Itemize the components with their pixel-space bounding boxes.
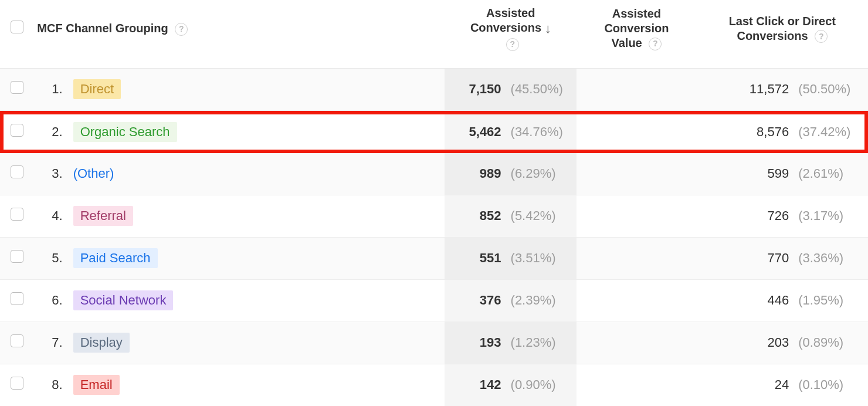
header-assisted-conversions[interactable]: Assisted Conversions ↓ ? <box>445 0 577 69</box>
assisted-conversions-percent: (6.29%) <box>511 166 556 181</box>
row-index: 3. <box>52 166 62 181</box>
assisted-conversions-value: 376 <box>480 293 501 307</box>
last-click-conversions-percent: (3.17%) <box>798 208 843 223</box>
row-checkbox[interactable] <box>11 250 23 263</box>
row-index: 2. <box>52 124 62 139</box>
last-click-conversions-percent: (3.36%) <box>798 251 843 265</box>
table-row: 6.Social Network376(2.39%)446(1.95%) <box>0 280 868 322</box>
row-checkbox[interactable] <box>11 334 23 347</box>
row-index: 7. <box>52 335 62 350</box>
assisted-conversions-value: 142 <box>480 377 501 392</box>
assisted-conversions-percent: (45.50%) <box>511 82 563 96</box>
table-row: 7.Display193(1.23%)203(0.89%) <box>0 322 868 364</box>
help-icon[interactable]: ? <box>649 38 662 50</box>
header-channel-grouping[interactable]: MCF Channel Grouping ? <box>37 0 445 69</box>
last-click-conversions-value: 24 <box>775 377 789 392</box>
last-click-conversions-value: 203 <box>767 335 789 350</box>
row-checkbox[interactable] <box>11 165 23 178</box>
header-assisted-conversion-value[interactable]: Assisted Conversion Value ? <box>577 0 696 69</box>
last-click-conversions-value: 11,572 <box>750 82 789 96</box>
table-row: 3.(Other)989(6.29%)599(2.61%) <box>0 153 868 195</box>
channel-tag[interactable]: (Other) <box>73 164 121 184</box>
assisted-conversions-percent: (1.23%) <box>511 335 556 350</box>
channel-tag[interactable]: Email <box>73 375 120 395</box>
last-click-conversions-percent: (0.89%) <box>798 335 843 350</box>
last-click-conversions-percent: (2.61%) <box>798 166 843 181</box>
row-index: 6. <box>52 293 62 307</box>
assisted-conversions-percent: (5.42%) <box>511 208 556 223</box>
assisted-conversions-value: 7,150 <box>469 82 501 96</box>
last-click-conversions-value: 446 <box>767 293 789 307</box>
assisted-conversions-value: 193 <box>480 335 501 350</box>
last-click-conversions-value: 8,576 <box>757 124 789 139</box>
row-index: 1. <box>52 82 62 96</box>
header-select-all <box>0 0 37 69</box>
assisted-conversions-percent: (34.76%) <box>511 124 563 139</box>
table-row: 5.Paid Search551(3.51%)770(3.36%) <box>0 238 868 280</box>
channel-tag[interactable]: Display <box>73 333 130 353</box>
table-row: 4.Referral852(5.42%)726(3.17%) <box>0 195 868 238</box>
help-icon[interactable]: ? <box>815 30 828 43</box>
header-last-click-conversions[interactable]: Last Click or Direct Conversions ? <box>697 0 868 69</box>
last-click-conversions-value: 599 <box>767 166 789 181</box>
last-click-conversions-percent: (37.42%) <box>798 124 850 139</box>
assisted-conversions-percent: (2.39%) <box>511 293 556 307</box>
last-click-conversions-percent: (50.50%) <box>798 82 850 96</box>
assisted-conversions-value: 551 <box>480 251 501 265</box>
last-click-conversions-percent: (0.10%) <box>798 377 843 392</box>
table-row: 2.Organic Search5,462(34.76%)8,576(37.42… <box>0 111 868 153</box>
assisted-conversions-value: 989 <box>480 166 501 181</box>
row-index: 5. <box>52 251 62 265</box>
assisted-conversions-value: 852 <box>480 208 501 223</box>
mcf-conversions-table: MCF Channel Grouping ? Assisted Conversi… <box>0 0 868 406</box>
help-icon[interactable]: ? <box>175 23 188 36</box>
header-channel-grouping-label: MCF Channel Grouping <box>37 22 168 35</box>
row-checkbox[interactable] <box>11 292 23 305</box>
sort-desc-icon[interactable]: ↓ <box>545 21 551 37</box>
assisted-conversions-percent: (3.51%) <box>511 251 556 265</box>
table-row: 1.Direct7,150(45.50%)11,572(50.50%) <box>0 69 868 111</box>
last-click-conversions-value: 770 <box>767 251 789 265</box>
channel-tag[interactable]: Referral <box>73 206 133 226</box>
row-index: 4. <box>52 208 62 223</box>
assisted-conversions-percent: (0.90%) <box>511 377 556 392</box>
table-header-row: MCF Channel Grouping ? Assisted Conversi… <box>0 0 868 69</box>
channel-tag[interactable]: Paid Search <box>73 248 158 268</box>
row-checkbox[interactable] <box>11 81 23 94</box>
last-click-conversions-percent: (1.95%) <box>798 293 843 307</box>
row-checkbox[interactable] <box>11 377 23 390</box>
select-all-checkbox[interactable] <box>11 21 23 33</box>
row-checkbox[interactable] <box>11 208 23 221</box>
row-index: 8. <box>52 377 62 392</box>
table-row: 8.Email142(0.90%)24(0.10%) <box>0 364 868 407</box>
row-checkbox[interactable] <box>11 124 23 137</box>
assisted-conversions-value: 5,462 <box>469 124 501 139</box>
channel-tag[interactable]: Organic Search <box>73 122 177 142</box>
channel-tag[interactable]: Direct <box>73 79 121 99</box>
help-icon[interactable]: ? <box>506 38 519 51</box>
channel-tag[interactable]: Social Network <box>73 290 174 310</box>
last-click-conversions-value: 726 <box>767 208 789 223</box>
header-assisted-conversions-label: Assisted Conversions <box>470 6 541 34</box>
